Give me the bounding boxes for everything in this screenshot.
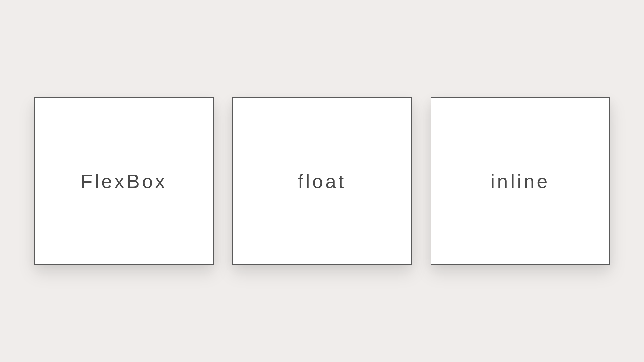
card-inline: inline <box>431 97 610 265</box>
card-flexbox: FlexBox <box>34 97 214 265</box>
card-label: inline <box>490 170 550 192</box>
card-label: float <box>298 170 346 192</box>
card-float: float <box>232 97 412 265</box>
card-container: FlexBox float inline <box>34 97 610 265</box>
card-label: FlexBox <box>80 170 167 192</box>
